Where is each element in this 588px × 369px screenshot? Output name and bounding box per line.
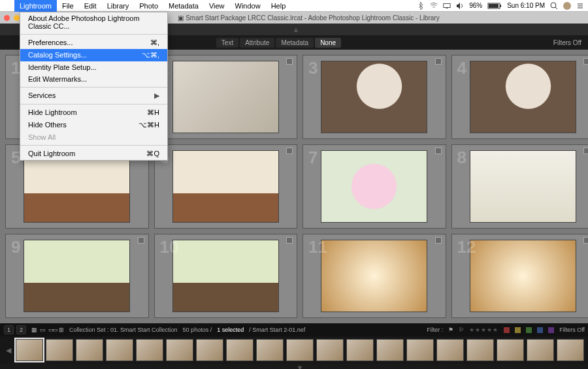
menu-services[interactable]: Services▶ [20,89,167,102]
grid-cell[interactable]: 2 [154,55,298,139]
filter-tab-text[interactable]: Text [216,38,238,48]
menu-hide-lightroom[interactable]: Hide Lightroom⌘H [20,106,167,119]
notification-center-icon[interactable] [576,2,584,10]
filters-off-label[interactable]: Filters Off [553,39,581,46]
display-icon[interactable] [443,2,451,10]
grid-cell[interactable]: 6 [154,144,298,229]
grid-icon[interactable]: ▦ [31,327,37,333]
color-label-red[interactable] [504,327,510,333]
flag-icon[interactable] [286,237,293,244]
grid-cell[interactable]: 3 [302,55,446,139]
flag-icon[interactable] [435,237,442,244]
filmstrip-thumbnail[interactable] [256,339,284,361]
rating-filter[interactable]: ★★★★★ [469,327,498,333]
color-label-blue[interactable] [537,327,543,333]
filmstrip-thumbnail[interactable] [286,339,314,361]
color-label-green[interactable] [526,327,532,333]
filmstrip-thumbnail[interactable] [436,339,464,361]
filters-off-toggle[interactable]: Filters Off [559,327,585,333]
menu-hide-others[interactable]: Hide Others⌥⌘H [20,119,167,131]
menubar-view[interactable]: View [204,0,230,12]
view-mode-1[interactable]: 1 [4,325,14,334]
flag-icon[interactable] [138,237,144,244]
menubar-edit[interactable]: Edit [79,0,102,12]
menu-catalog-settings[interactable]: Catalog Settings...⌥⌘, [20,49,167,61]
filter-tab-metadata[interactable]: Metadata [276,38,314,48]
flag-picked-icon[interactable]: ⚑ [448,327,453,333]
grid-cell[interactable]: 8 [451,144,589,229]
spotlight-icon[interactable] [550,2,558,10]
flag-icon[interactable] [286,148,293,154]
view-mode-2[interactable]: 2 [16,325,26,334]
color-label-purple[interactable] [548,327,554,333]
menu-preferences[interactable]: Preferences...⌘, [20,37,167,49]
menubar-file[interactable]: File [57,0,79,12]
menu-edit-watermarks[interactable]: Edit Watermarks... [20,73,167,85]
photo-thumbnail[interactable] [470,61,576,134]
grid-cell[interactable]: 11 [302,234,446,318]
filter-tab-attribute[interactable]: Attribute [240,38,274,48]
flag-icon[interactable] [435,58,442,65]
filter-tab-none[interactable]: None [315,38,341,48]
window-minimize-button[interactable] [14,15,20,21]
menu-identity-plate[interactable]: Identity Plate Setup... [20,61,167,73]
flag-rejected-icon[interactable]: ⚐ [459,327,464,333]
menubar-help[interactable]: Help [266,0,291,12]
photo-thumbnail[interactable] [24,240,130,313]
collapse-filmstrip-chevron-icon[interactable]: ▼ [0,364,588,369]
filmstrip-thumbnail[interactable] [376,339,404,361]
survey-icon[interactable]: ⊞ [59,327,64,333]
breadcrumb-path[interactable]: Collection Set : 01. Smart Start Collect… [69,327,178,333]
photo-thumbnail[interactable] [172,150,279,223]
flag-icon[interactable] [286,58,293,65]
grid-cell[interactable]: 12 [451,234,589,318]
bluetooth-icon[interactable] [417,2,425,10]
filmstrip-thumbnail[interactable] [46,339,73,361]
menubar-app[interactable]: Lightroom [14,0,57,12]
filmstrip-thumbnail[interactable] [497,339,524,361]
filmstrip-thumbnail[interactable] [196,339,223,361]
filmstrip-thumbnail[interactable] [466,339,494,361]
menubar-window[interactable]: Window [230,0,266,12]
menubar-photo[interactable]: Photo [134,0,163,12]
photo-thumbnail[interactable] [24,150,130,223]
grid-cell[interactable]: 9 [5,234,149,318]
grid-cell[interactable]: 4 [451,55,589,139]
filmstrip-thumbnail[interactable] [346,339,374,361]
filmstrip-thumbnail[interactable] [406,339,434,361]
color-label-yellow[interactable] [515,327,521,333]
filmstrip-thumbnail[interactable] [226,339,253,361]
menubar-metadata[interactable]: Metadata [163,0,204,12]
filmstrip-thumbnail[interactable] [136,339,163,361]
photo-thumbnail[interactable] [321,240,427,313]
menubar-clock[interactable]: Sun 6:10 PM [507,2,545,9]
menubar-library[interactable]: Library [102,0,135,12]
photo-thumbnail[interactable] [321,61,427,134]
loupe-icon[interactable]: ▭ [40,327,46,333]
flag-icon[interactable] [583,58,588,65]
grid-cell[interactable]: 7 [302,144,446,229]
collapse-top-chevron-icon[interactable]: ▲ [293,25,300,33]
menu-about[interactable]: About Adobe Photoshop Lightroom Classic … [20,12,167,32]
wifi-icon[interactable] [430,2,438,10]
filmstrip-thumbnail[interactable] [76,339,103,361]
photo-thumbnail[interactable] [172,240,279,313]
filmstrip-thumbnail[interactable] [527,339,554,361]
flag-icon[interactable] [583,237,588,244]
photo-thumbnail[interactable] [172,61,279,134]
flag-icon[interactable] [583,148,588,154]
filmstrip-thumbnail[interactable] [16,339,43,361]
volume-icon[interactable] [456,2,464,10]
filmstrip-thumbnail[interactable] [166,339,193,361]
filmstrip-prev-icon[interactable]: ◀ [4,346,13,355]
grid-cell[interactable]: 10 [154,234,298,318]
battery-icon[interactable] [487,2,502,10]
filmstrip-thumbnail[interactable] [557,339,584,361]
user-icon[interactable] [563,2,571,10]
photo-thumbnail[interactable] [321,150,427,223]
filmstrip-thumbnail[interactable] [316,339,344,361]
photo-thumbnail[interactable] [470,240,576,313]
compare-icon[interactable]: ▭▭ [48,327,56,333]
window-close-button[interactable] [4,15,10,21]
filmstrip-thumbnail[interactable] [106,339,133,361]
